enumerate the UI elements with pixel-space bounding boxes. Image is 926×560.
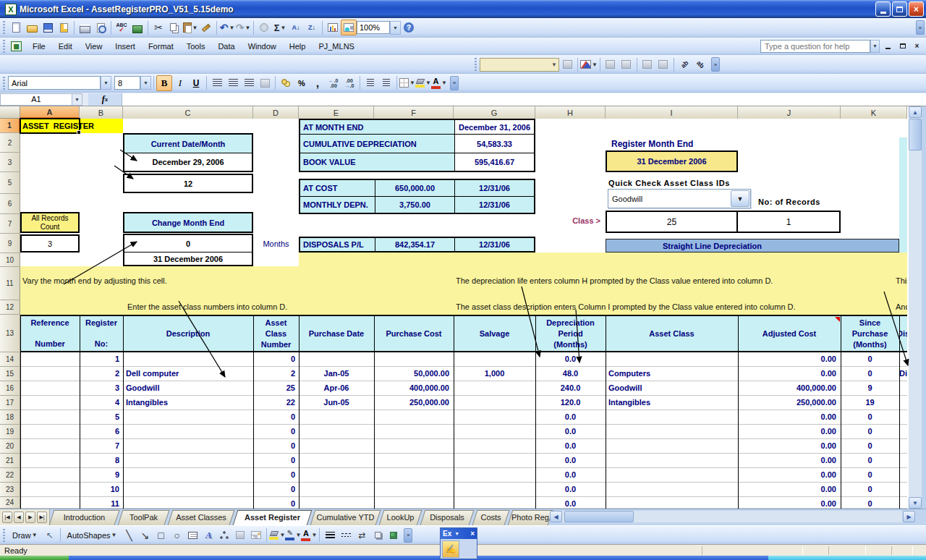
chart-type-icon[interactable]: ▼ (580, 56, 598, 72)
column-header[interactable]: I (606, 106, 738, 119)
cell-depreciation-period[interactable]: 0.0 (535, 439, 606, 453)
cell-asset-class-number[interactable]: 25 (253, 381, 299, 395)
ex-panel-button[interactable]: ✍ (442, 540, 459, 558)
cell-adjusted-cost[interactable]: 0.00 (738, 352, 841, 366)
hyperlink-icon[interactable] (256, 20, 272, 35)
cell-asset-class-number[interactable]: 0 (253, 410, 299, 424)
row-header[interactable]: 5 (0, 172, 20, 194)
monthly-depn-value[interactable]: 3,750.00 (375, 197, 455, 213)
column-header[interactable]: B (80, 106, 123, 119)
header-reference-number[interactable]: ReferenceNumber (20, 316, 80, 351)
new-document-icon[interactable] (8, 20, 24, 35)
month-end-date-value[interactable]: 31 December 2006 (124, 253, 252, 265)
cell-salvage[interactable] (454, 352, 535, 366)
cell-since-purchase[interactable]: 0 (841, 439, 899, 453)
sheet-tab[interactable]: Asset Classes (169, 509, 234, 525)
header-depreciation-period[interactable]: DepreciationPeriod(Months) (535, 316, 606, 351)
cell-register-no[interactable]: 5 (80, 410, 123, 424)
clip-art-icon[interactable] (232, 527, 248, 543)
insert-function-icon[interactable]: fx (88, 93, 122, 106)
row-header[interactable]: 14 (0, 352, 20, 367)
cell-description[interactable] (123, 483, 253, 496)
cell-disposed-clipped[interactable] (899, 497, 907, 508)
menu-item[interactable]: File (26, 40, 52, 53)
cell-purchase-date[interactable] (299, 410, 374, 424)
row-header[interactable]: 22 (0, 468, 20, 483)
help-dropdown-icon[interactable]: ▼ (870, 40, 880, 53)
cell-purchase-date[interactable] (299, 439, 374, 453)
open-icon[interactable] (24, 20, 40, 35)
fill-color-icon[interactable]: ▼ (415, 75, 431, 91)
cell-adjusted-cost[interactable]: 0.00 (738, 425, 841, 438)
row-header[interactable]: 1 (0, 119, 20, 133)
paste-icon[interactable]: ▼ (182, 20, 198, 35)
cell-description[interactable] (123, 410, 253, 424)
change-month-end-label[interactable]: Change Month End (123, 212, 253, 233)
header-purchase-cost[interactable]: Purchase Cost (374, 316, 454, 351)
header-salvage[interactable]: Salvage (454, 316, 535, 351)
cell-purchase-date[interactable] (299, 352, 374, 366)
menu-item[interactable]: Insert (109, 40, 142, 53)
draw-menu-button[interactable]: Draw▼ (8, 530, 42, 541)
line-icon[interactable]: ╲ (121, 527, 137, 543)
scroll-up-icon[interactable]: ▲ (909, 106, 922, 118)
cell-since-purchase[interactable]: 9 (841, 381, 899, 395)
font-size-dropdown-icon[interactable]: ▼ (140, 76, 151, 90)
chart-toolbar-options-chevron[interactable]: » (711, 57, 720, 72)
all-records-count-value[interactable]: 3 (20, 234, 80, 253)
monthly-depn-date[interactable]: 12/31/06 (455, 197, 534, 213)
cell-description[interactable] (123, 352, 253, 366)
asset-class-combobox[interactable]: Goodwill ▼ (608, 189, 751, 208)
cell-asset-class-number[interactable]: 0 (253, 483, 299, 496)
menu-item[interactable]: PJ_MLNS (312, 40, 361, 53)
sheet-tab[interactable]: Asset Register (234, 509, 311, 525)
record-count-value[interactable]: 1 (738, 212, 839, 232)
shadow-style-icon[interactable] (370, 527, 386, 543)
cell-register-no[interactable]: 3 (80, 381, 123, 395)
wordart-icon[interactable]: A (200, 527, 216, 543)
cell-adjusted-cost[interactable]: 250,000.00 (738, 396, 841, 410)
formatting-toolbar-grip[interactable] (3, 77, 5, 90)
all-records-count-label[interactable]: All RecordsCount (20, 212, 80, 233)
cell-asset-class-number[interactable]: 0 (253, 425, 299, 438)
cell-purchase-cost[interactable] (374, 454, 454, 467)
undo-icon[interactable]: ↶▼ (219, 20, 235, 35)
diagram-icon[interactable] (216, 527, 232, 543)
row-header[interactable]: 12 (0, 300, 20, 315)
cell-asset-class[interactable]: Computers (606, 367, 738, 381)
row-header[interactable]: 6 (0, 194, 20, 214)
cell-register-no[interactable]: 9 (80, 468, 123, 482)
column-header[interactable]: K (841, 106, 907, 119)
cell-purchase-date[interactable]: Jun-05 (299, 396, 374, 410)
cell-description[interactable] (123, 497, 253, 508)
scroll-down-icon[interactable]: ▼ (909, 497, 922, 509)
formatting-options-chevron[interactable]: » (450, 76, 459, 90)
cell-asset-class[interactable] (606, 352, 738, 366)
fill-color-icon[interactable]: ▼ (269, 527, 285, 543)
cell-description[interactable]: Intangibles (123, 396, 253, 410)
column-header[interactable]: H (535, 106, 606, 119)
monthly-depn-label[interactable]: MONTHLY DEPN. (300, 197, 375, 213)
data-table-icon[interactable] (619, 56, 634, 72)
line-color-icon[interactable]: ✎▼ (285, 527, 301, 543)
cell-asset-class-number[interactable]: 0 (253, 468, 299, 482)
chart-wizard-icon[interactable] (325, 20, 341, 35)
book-value[interactable]: 595,416.67 (455, 153, 534, 171)
cell-salvage[interactable] (454, 468, 535, 482)
drawing-toolbar-grip[interactable] (3, 529, 5, 542)
vertical-scrollbar-thumb[interactable] (909, 119, 922, 150)
horizontal-scrollbar-thumb[interactable] (564, 511, 634, 522)
row-header[interactable]: 3 (0, 153, 20, 172)
first-sheet-icon[interactable]: |◀ (2, 512, 12, 523)
header-since-purchase[interactable]: SincePurchase(Months) (841, 316, 899, 351)
close-button[interactable]: × (909, 1, 924, 17)
cell-description[interactable]: Goodwill (123, 381, 253, 395)
menu-item[interactable]: Format (142, 40, 180, 53)
cell-asset-class-number[interactable]: 0 (253, 497, 299, 508)
sort-descending-icon[interactable]: Z↓ (304, 20, 320, 35)
angle-clockwise-icon[interactable]: ab (676, 56, 692, 72)
currency-icon[interactable] (278, 75, 294, 91)
row-header[interactable]: 10 (0, 253, 20, 267)
cell-asset-class[interactable] (606, 468, 738, 482)
row-header[interactable]: 18 (0, 410, 20, 425)
